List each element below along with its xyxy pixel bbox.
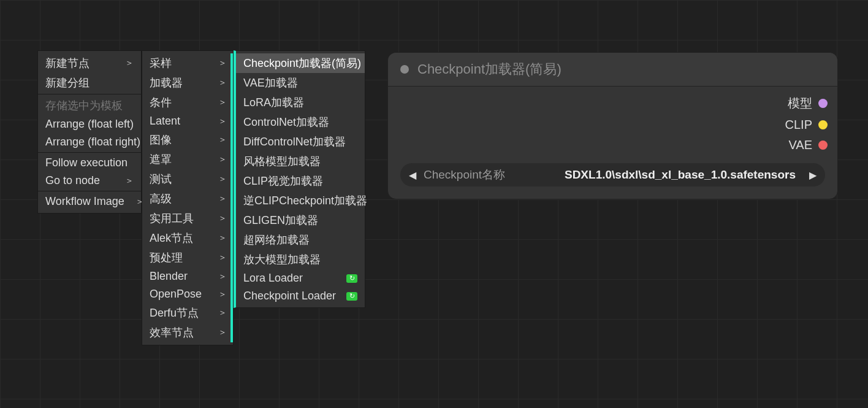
menu-item-new-node[interactable]: 新建节点 ＞ [38,53,141,73]
menu-label: 预处理 [150,250,183,265]
menu-label: DiffControlNet加载器 [243,134,346,149]
menu-item-arrange-right[interactable]: Arrange (float right) [38,133,141,151]
menu-label: Lora Loader [243,272,303,285]
chevron-right-icon: ＞ [218,97,227,108]
chevron-right-icon: ＞ [218,58,227,69]
node-outputs: 模型 CLIP VAE [398,95,828,152]
widget-label: Checkpoint名称 [424,167,505,183]
menu-item-efficiency[interactable]: 效率节点＞ [142,323,233,342]
menu-item-util[interactable]: 实用工具＞ [142,209,233,228]
chevron-right-icon: ＞ [218,289,227,300]
chevron-right-icon: ＞ [218,154,227,165]
menu-item-test[interactable]: 测试＞ [142,169,233,189]
chevron-right-icon: ＞ [218,193,227,204]
widget-value: SDXL1.0\sdxl\sd_xl_base_1.0.safetensors [565,168,796,182]
menu-label: 图像 [150,133,172,147]
menu-label: 风格模型加载器 [243,154,321,169]
menu-label: Blender [150,270,188,283]
output-clip[interactable]: CLIP [785,118,828,132]
menu-item-clip-vision-loader[interactable]: CLIP视觉加载器 [236,171,365,191]
menu-item-workflow-image[interactable]: Workflow Image ＞ [38,193,141,210]
menu-item-derfu[interactable]: Derfu节点＞ [142,303,233,323]
menu-label: Arrange (float left) [45,118,134,131]
menu-item-blender[interactable]: Blender＞ [142,268,233,285]
menu-label: Go to node [45,174,100,187]
menu-item-preproc[interactable]: 预处理＞ [142,248,233,268]
menu-item-alek[interactable]: Alek节点＞ [142,228,233,248]
output-label: 模型 [788,95,812,112]
chevron-right-icon: ＞ [218,213,227,224]
menu-item-lora-loader-badge[interactable]: Lora Loader↻ [236,269,365,287]
chevron-right-icon: ＞ [125,175,134,187]
chevron-right-icon: ＞ [218,307,227,318]
menu-item-cond[interactable]: 条件＞ [142,93,233,112]
chevron-right-icon: ＞ [218,134,227,145]
menu-label: 放大模型加载器 [243,252,321,267]
context-menu-3: Checkpoint加载器(简易) VAE加载器 LoRA加载器 Control… [234,50,365,308]
chevron-right-icon: ＞ [218,252,227,263]
checkpoint-name-widget[interactable]: ◀ Checkpoint名称 SDXL1.0\sdxl\sd_xl_base_1… [400,163,825,187]
menu-label: 新建节点 [45,56,89,71]
chevron-right-icon: ＞ [218,77,227,88]
menu-item-arrange-left[interactable]: Arrange (float left) [38,115,141,133]
chevron-right-icon: ＞ [125,58,134,69]
menu-label: 采样 [150,56,172,71]
menu-item-vae-loader[interactable]: VAE加载器 [236,73,365,93]
collapse-dot-icon[interactable] [400,65,409,74]
menu-label: LoRA加载器 [243,95,304,110]
chevron-right-icon: ＞ [218,233,227,244]
menu-item-follow-exec[interactable]: Follow execution [38,154,141,172]
node-checkpoint-loader[interactable]: Checkpoint加载器(简易) 模型 CLIP VAE ◀ Checkpoi… [387,52,838,199]
menu-label: 超网络加载器 [243,233,310,247]
menu-separator [38,152,141,153]
port-icon[interactable] [818,140,828,150]
node-title-bar[interactable]: Checkpoint加载器(简易) [388,53,837,87]
menu-item-upscale-model-loader[interactable]: 放大模型加载器 [236,250,365,269]
menu-item-checkpoint-loader-badge[interactable]: Checkpoint Loader↻ [236,287,365,305]
menu-item-image[interactable]: 图像＞ [142,130,233,150]
menu-label: Alek节点 [150,231,193,245]
menu-item-lora-loader[interactable]: LoRA加载器 [236,93,365,112]
node-body: 模型 CLIP VAE ◀ Checkpoint名称 SDXL1.0\sdxl\… [388,87,837,199]
menu-item-gligen-loader[interactable]: GLIGEN加载器 [236,210,365,230]
menu-label: 逆CLIPCheckpoint加载器 [243,193,367,208]
menu-label: 加载器 [150,75,183,90]
menu-item-controlnet-loader[interactable]: ControlNet加载器 [236,112,365,132]
chevron-right-icon: ＞ [218,116,227,127]
chevron-right-icon: ＞ [218,174,227,185]
menu-item-checkpoint-loader-simple[interactable]: Checkpoint加载器(简易) [236,53,365,73]
port-icon[interactable] [818,99,828,108]
refresh-icon: ↻ [346,274,357,283]
output-model[interactable]: 模型 [788,95,828,112]
menu-label: 遮罩 [150,152,172,167]
menu-item-diffcontrolnet-loader[interactable]: DiffControlNet加载器 [236,132,365,152]
menu-item-new-group[interactable]: 新建分组 [38,73,141,93]
menu-label: GLIGEN加载器 [243,213,318,228]
menu-label: Checkpoint加载器(简易) [243,56,361,71]
output-vae[interactable]: VAE [788,138,828,152]
next-arrow-icon[interactable]: ▶ [809,169,817,181]
context-menu-2: 采样＞ 加载器＞ 条件＞ Latent＞ 图像＞ 遮罩＞ 测试＞ 高级＞ 实用工… [142,50,234,345]
menu-item-mask[interactable]: 遮罩＞ [142,150,233,169]
menu-item-unclip-checkpoint-loader[interactable]: 逆CLIPCheckpoint加载器 [236,191,365,210]
menu-label: Checkpoint Loader [243,290,336,302]
node-title: Checkpoint加载器(简易) [417,60,562,79]
refresh-icon: ↻ [346,292,357,301]
chevron-right-icon: ＞ [218,271,227,282]
menu-item-hypernetwork-loader[interactable]: 超网络加载器 [236,230,365,250]
port-icon[interactable] [818,120,828,129]
menu-label: Arrange (float right) [45,136,140,148]
menu-separator [38,94,141,94]
menu-label: 条件 [150,95,172,110]
menu-item-goto-node[interactable]: Go to node ＞ [38,172,141,190]
menu-item-latent[interactable]: Latent＞ [142,112,233,130]
menu-label: OpenPose [150,288,202,301]
menu-item-advanced[interactable]: 高级＞ [142,189,233,209]
menu-item-loaders[interactable]: 加载器＞ [142,73,233,93]
menu-item-sampling[interactable]: 采样＞ [142,53,233,73]
menu-item-style-model-loader[interactable]: 风格模型加载器 [236,152,365,171]
output-label: VAE [788,138,812,152]
prev-arrow-icon[interactable]: ◀ [409,169,416,181]
menu-item-openpose[interactable]: OpenPose＞ [142,285,233,303]
menu-label: Latent [150,115,180,128]
